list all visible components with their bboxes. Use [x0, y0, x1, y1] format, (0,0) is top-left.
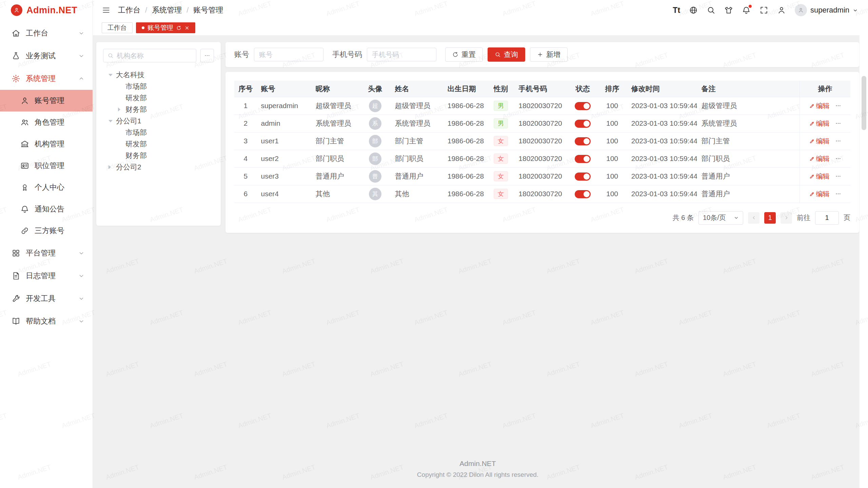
- wrench-icon: [12, 294, 20, 303]
- col-order: 排序: [597, 81, 627, 97]
- sidebar-item-dev-tools[interactable]: 开发工具: [0, 287, 93, 310]
- edit-icon: [809, 174, 814, 179]
- edit-button[interactable]: 编辑: [809, 189, 830, 199]
- chevron-up-icon: [78, 76, 84, 82]
- edit-button[interactable]: 编辑: [809, 119, 830, 128]
- page-1-button[interactable]: 1: [764, 212, 776, 224]
- user-menu[interactable]: superadmin: [795, 4, 858, 16]
- col-status: 状态: [569, 81, 597, 97]
- row-more-button[interactable]: [835, 120, 841, 126]
- search-icon[interactable]: [707, 6, 715, 15]
- caret-down-icon[interactable]: [108, 74, 116, 76]
- caret-down-icon[interactable]: [108, 120, 116, 122]
- sidebar-item-position-mgmt[interactable]: 职位管理: [0, 155, 93, 177]
- filter-bar: 账号 手机号码 重置 查询 新增: [225, 42, 859, 67]
- tab-workbench[interactable]: 工作台: [102, 22, 133, 33]
- next-page-button[interactable]: [781, 212, 792, 224]
- edit-button[interactable]: 编辑: [809, 172, 830, 181]
- row-more-button[interactable]: [835, 173, 841, 179]
- caret-right-icon[interactable]: [108, 165, 116, 169]
- sidebar-item-org-mgmt[interactable]: 机构管理: [0, 133, 93, 155]
- close-icon[interactable]: [184, 25, 190, 30]
- sidebar-item-label: 系统管理: [26, 74, 56, 84]
- tree-node-label: 财务部: [125, 151, 147, 160]
- tree-node-label: 市场部: [125, 128, 147, 137]
- tree-node-label: 研发部: [125, 139, 147, 149]
- breadcrumb-item[interactable]: 系统管理: [152, 5, 182, 15]
- tree-node[interactable]: 研发部: [103, 138, 214, 150]
- tree-node[interactable]: 市场部: [103, 81, 214, 92]
- tree-node[interactable]: 分公司2: [103, 161, 214, 173]
- prev-page-button[interactable]: [748, 212, 760, 224]
- tree-node[interactable]: 财务部: [103, 150, 214, 161]
- active-dot: [142, 26, 144, 29]
- table-row: 3 user1 部门主管 部 部门主管 1986-06-28 女 1802003…: [234, 132, 850, 150]
- query-button[interactable]: 查询: [488, 47, 525, 62]
- row-more-button[interactable]: [835, 156, 841, 162]
- tree-node[interactable]: 研发部: [103, 92, 214, 104]
- tree-node-label: 财务部: [125, 105, 147, 114]
- book-icon: [12, 317, 20, 326]
- edit-icon: [809, 121, 814, 126]
- row-more-button[interactable]: [835, 191, 841, 197]
- status-toggle[interactable]: [575, 190, 591, 198]
- org-more-button[interactable]: [200, 49, 214, 62]
- topbar: 工作台 / 系统管理 / 账号管理 Tt superadmin: [93, 0, 868, 20]
- org-search-input[interactable]: [117, 52, 192, 60]
- page-size-select[interactable]: 10条/页: [698, 211, 743, 225]
- sidebar-item-third-party-account[interactable]: 三方账号: [0, 220, 93, 242]
- globe-icon[interactable]: [689, 6, 698, 15]
- goto-page-input[interactable]: [815, 211, 839, 225]
- reset-button[interactable]: 重置: [445, 47, 483, 62]
- tree-node[interactable]: 分公司1: [103, 115, 214, 127]
- breadcrumb-item[interactable]: 工作台: [118, 5, 140, 15]
- page-content: 大名科技 市场部 研发部 财务部 分公司1 市场部 研发部 财务部 分公司2 账…: [93, 35, 868, 488]
- edit-button[interactable]: 编辑: [809, 154, 830, 163]
- sidebar-item-business-test[interactable]: 业务测试: [0, 44, 93, 67]
- font-size-icon[interactable]: Tt: [673, 6, 680, 15]
- status-toggle[interactable]: [575, 137, 591, 145]
- phone-input[interactable]: [367, 48, 436, 61]
- sidebar-item-help-docs[interactable]: 帮助文档: [0, 310, 93, 332]
- sidebar-item-system-mgmt[interactable]: 系统管理: [0, 67, 93, 90]
- menu-collapse-icon[interactable]: [102, 6, 111, 15]
- gender-badge: 女: [494, 136, 508, 146]
- edit-button[interactable]: 编辑: [809, 137, 830, 146]
- tab-account-mgmt[interactable]: 账号管理: [136, 22, 195, 33]
- scrollbar[interactable]: [859, 35, 868, 488]
- avatar: 部: [369, 152, 381, 165]
- chevron-down-icon: [78, 296, 84, 302]
- sidebar-item-account-mgmt[interactable]: 账号管理: [0, 90, 93, 111]
- tree-node[interactable]: 市场部: [103, 127, 214, 138]
- notification-icon[interactable]: [742, 6, 751, 15]
- main-area: 工作台 / 系统管理 / 账号管理 Tt superadmin: [93, 0, 868, 488]
- sidebar-item-workbench[interactable]: 工作台: [0, 22, 93, 44]
- status-toggle[interactable]: [575, 155, 591, 163]
- status-toggle[interactable]: [575, 102, 591, 110]
- org-search-field[interactable]: [103, 49, 196, 62]
- status-toggle[interactable]: [575, 120, 591, 128]
- sidebar-item-personal-center[interactable]: 个人中心: [0, 177, 93, 198]
- edit-button[interactable]: 编辑: [809, 101, 830, 110]
- row-more-button[interactable]: [835, 138, 841, 144]
- sidebar-item-log-mgmt[interactable]: 日志管理: [0, 264, 93, 287]
- link-icon: [20, 226, 29, 235]
- caret-right-icon[interactable]: [118, 107, 125, 111]
- chevron-down-icon: [78, 53, 84, 59]
- theme-skin-icon[interactable]: [724, 6, 733, 15]
- account-input[interactable]: [254, 48, 323, 61]
- sidebar-menu: 工作台 业务测试 系统管理 账号管理 角色管理 机构管理 职位管理: [0, 20, 93, 332]
- fullscreen-icon[interactable]: [760, 6, 768, 15]
- refresh-icon[interactable]: [176, 25, 181, 30]
- sidebar-item-notice[interactable]: 通知公告: [0, 198, 93, 220]
- add-button[interactable]: 新增: [530, 47, 568, 62]
- sidebar-item-platform-mgmt[interactable]: 平台管理: [0, 242, 93, 264]
- status-toggle[interactable]: [575, 172, 591, 181]
- scrollbar-thumb[interactable]: [862, 76, 866, 130]
- chevron-down-icon: [78, 250, 84, 256]
- tree-node[interactable]: 财务部: [103, 104, 214, 115]
- sidebar-item-role-mgmt[interactable]: 角色管理: [0, 111, 93, 133]
- row-more-button[interactable]: [835, 103, 841, 109]
- tree-node[interactable]: 大名科技: [103, 69, 214, 81]
- profile-icon[interactable]: [777, 6, 786, 15]
